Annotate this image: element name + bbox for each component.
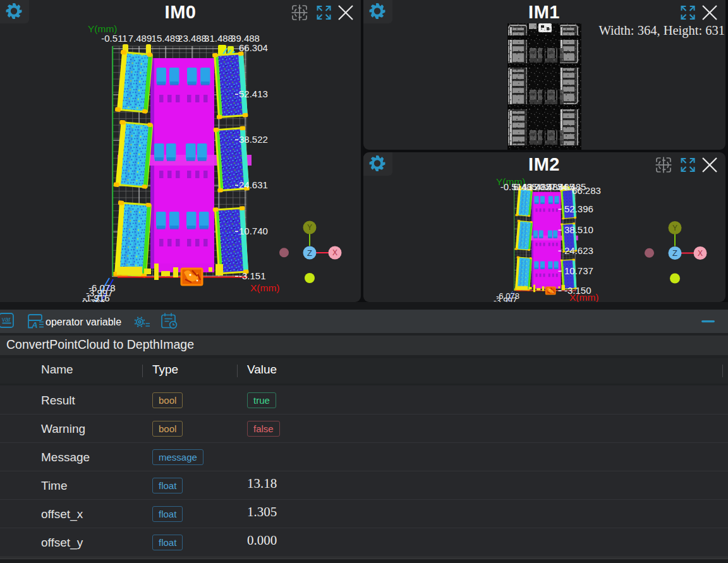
svg-text:52.413: 52.413 [239, 88, 268, 99]
svg-text:-0.766: -0.766 [79, 297, 106, 302]
svg-text:Width: 364, Height: 631: Width: 364, Height: 631 [598, 23, 725, 38]
svg-text:-0.511: -0.511 [101, 33, 127, 44]
svg-text:66.283: 66.283 [572, 185, 601, 196]
svg-text:52.396: 52.396 [564, 203, 593, 214]
svg-text:31.488: 31.488 [204, 33, 233, 44]
svg-text:15.489: 15.489 [152, 33, 181, 44]
svg-text:66.304: 66.304 [239, 42, 268, 53]
svg-text:7.489: 7.489 [128, 33, 152, 44]
svg-text:10.737: 10.737 [564, 265, 593, 276]
svg-text:X(mm): X(mm) [569, 292, 599, 302]
svg-text:10.740: 10.740 [239, 226, 268, 236]
svg-text:-3.151: -3.151 [239, 270, 266, 281]
svg-text:24.623: 24.623 [564, 245, 593, 256]
svg-text:23.488: 23.488 [178, 33, 207, 44]
svg-text:X(mm): X(mm) [250, 282, 280, 293]
svg-text:operator variable: operator variable [46, 317, 121, 327]
svg-text:A: A [31, 320, 38, 330]
svg-text:38.510: 38.510 [564, 224, 593, 235]
svg-text:var: var [2, 316, 11, 323]
svg-text:38.522: 38.522 [239, 134, 268, 145]
svg-text:24.631: 24.631 [239, 179, 268, 190]
